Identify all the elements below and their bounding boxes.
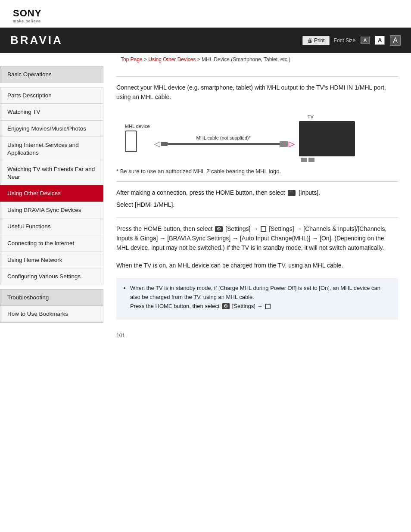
section1-inputs: [Inputs]. xyxy=(299,189,320,196)
sidebar: Basic Operations Parts Description Watch… xyxy=(0,66,103,352)
cable-label: MHL cable (not supplied)* xyxy=(196,135,251,140)
sidebar-item-other-devices[interactable]: Using Other Devices xyxy=(0,185,103,202)
font-size-large-button[interactable]: A xyxy=(390,35,401,46)
mhl-diagram: MHL device ◁ MHL cable (not supplied)* ▷ xyxy=(116,110,398,164)
section2-block: Press the HOME button, then select ⚙ [Se… xyxy=(116,224,398,253)
sidebar-item-troubleshoot[interactable]: Troubleshooting xyxy=(0,289,103,306)
cable-body: MHL cable (not supplied)* xyxy=(168,143,280,145)
divider-2 xyxy=(116,218,398,218)
tv-port2 xyxy=(308,158,314,162)
arrow-right-icon: ▷ xyxy=(289,139,295,149)
footnote: * Be sure to use an authorized MHL 2 cab… xyxy=(116,168,398,174)
sidebar-item-config-settings[interactable]: Configuring Various Settings xyxy=(0,268,103,285)
sidebar-item-watching-friends[interactable]: Watching TV with Friends Far and Near xyxy=(0,161,103,185)
sidebar-item-bravia-sync[interactable]: Using BRAVIA Sync Devices xyxy=(0,202,103,219)
font-size-medium-button[interactable]: A xyxy=(375,36,385,45)
content-area: Connect your MHL device (e.g. smartphone… xyxy=(103,66,411,352)
cable-col: ◁ MHL cable (not supplied)* ▷ xyxy=(154,139,295,149)
sidebar-item-watching-tv[interactable]: Watching TV xyxy=(0,103,103,121)
right-connector xyxy=(280,141,288,147)
breadcrumb-sep1: > xyxy=(143,56,149,62)
breadcrumb-using-other-devices[interactable]: Using Other Devices xyxy=(148,56,196,62)
divider-top xyxy=(116,76,398,77)
sony-logo: SONY xyxy=(13,8,398,19)
section3-block: When the TV is on, an MHL device can be … xyxy=(116,261,398,270)
section1-text: After making a connection, press the HOM… xyxy=(116,188,398,197)
settings-arrow-2: [Settings] → xyxy=(232,303,264,309)
phone-diagram xyxy=(125,131,137,152)
breadcrumb-top-page[interactable]: Top Page xyxy=(121,56,143,62)
sidebar-group-3: Troubleshooting How to Use Bookmarks xyxy=(0,289,103,323)
sidebar-group-2: Parts Description Watching TV Enjoying M… xyxy=(0,87,103,285)
tv-port xyxy=(301,158,307,162)
breadcrumb-current: MHL Device (Smartphone, Tablet, etc.) xyxy=(202,56,290,62)
note-box: When the TV is in standby mode, if [Char… xyxy=(116,278,398,319)
page-number: 101 xyxy=(116,333,398,339)
section1-block: After making a connection, press the HOM… xyxy=(116,188,398,210)
print-label: Print xyxy=(314,37,325,44)
note-bullet1-text: When the TV is in standby mode, if [Char… xyxy=(130,285,380,300)
sidebar-item-useful-fn[interactable]: Useful Functions xyxy=(0,218,103,235)
mhl-device-col: MHL device xyxy=(125,124,150,152)
channels-icon xyxy=(261,226,266,232)
sidebar-item-bookmarks[interactable]: How to Use Bookmarks xyxy=(0,305,103,323)
sidebar-item-internet-svc[interactable]: Using Internet Services and Applications xyxy=(0,137,103,161)
font-size-small-button[interactable]: A xyxy=(361,37,370,44)
tv-col: TV xyxy=(299,114,355,162)
breadcrumb-sep2: > xyxy=(196,56,202,62)
arrow-left-icon: ◁ xyxy=(154,139,160,149)
inputs-icon: ⬛ xyxy=(288,190,296,196)
sony-tagline: make.believe xyxy=(13,19,398,23)
note-list: When the TV is in standby mode, if [Char… xyxy=(124,284,390,311)
tv-port-row xyxy=(301,158,314,162)
font-size-label: Font Size xyxy=(334,37,356,44)
settings-arrow: [Settings] → xyxy=(225,225,260,232)
section3-text: When the TV is on, an MHL device can be … xyxy=(116,261,398,270)
channels-icon-2 xyxy=(265,304,271,309)
tv-label: TV xyxy=(308,114,314,119)
note-sub-text: Press the HOME button, then select ⚙ [Se… xyxy=(130,303,271,309)
settings-icon-2: ⚙ xyxy=(222,303,230,309)
intro-block: Connect your MHL device (e.g. smartphone… xyxy=(116,83,398,102)
settings-icon-1: ⚙ xyxy=(215,226,223,232)
breadcrumb: Top Page > Using Other Devices > MHL Dev… xyxy=(0,53,411,66)
header-bar: BRAVIA 🖨 Print Font Size A A A xyxy=(0,28,411,53)
sidebar-item-parts-desc[interactable]: Parts Description xyxy=(0,87,103,104)
mhl-device-label: MHL device xyxy=(125,124,150,129)
print-icon: 🖨 xyxy=(307,37,312,44)
section1-select: Select [HDMI 1/MHL]. xyxy=(116,200,398,209)
divider-1 xyxy=(116,181,398,182)
sidebar-item-enjoying[interactable]: Enjoying Movies/Music/Photos xyxy=(0,120,103,137)
left-connector xyxy=(161,142,168,146)
sidebar-group-1: Basic Operations xyxy=(0,66,103,83)
logo-area: SONY make.believe xyxy=(0,0,411,28)
diagram-wrapper: MHL device ◁ MHL cable (not supplied)* ▷ xyxy=(116,110,398,164)
main-layout: Basic Operations Parts Description Watch… xyxy=(0,66,411,352)
print-button[interactable]: 🖨 Print xyxy=(302,36,330,45)
tv-diagram xyxy=(299,121,355,156)
cable-assembly: ◁ MHL cable (not supplied)* ▷ xyxy=(154,139,295,149)
sidebar-item-home-network[interactable]: Using Home Network xyxy=(0,252,103,269)
bravia-title: BRAVIA xyxy=(10,34,63,47)
sidebar-item-connect-internet[interactable]: Connecting to the Internet xyxy=(0,235,103,252)
section2-text: Press the HOME button, then select ⚙ [Se… xyxy=(116,224,398,253)
header-controls: 🖨 Print Font Size A A A xyxy=(302,35,401,46)
intro-text: Connect your MHL device (e.g. smartphone… xyxy=(116,83,398,102)
note-item-1: When the TV is in standby mode, if [Char… xyxy=(130,284,390,311)
sidebar-item-basic-ops[interactable]: Basic Operations xyxy=(0,66,103,83)
